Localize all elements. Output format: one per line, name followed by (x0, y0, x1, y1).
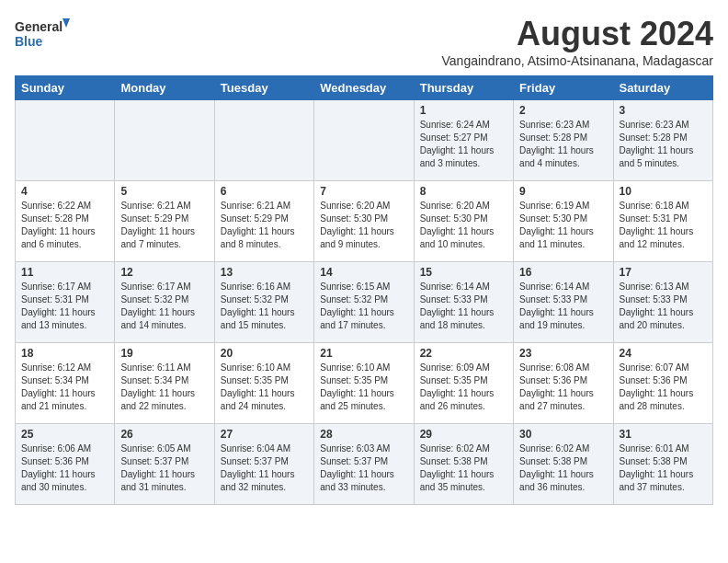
col-friday: Friday (514, 76, 613, 100)
calendar-cell: 21 Sunrise: 6:10 AM Sunset: 5:35 PM Dayl… (314, 343, 414, 424)
sunset-text: Sunset: 5:33 PM (620, 293, 707, 306)
svg-text:Blue: Blue (15, 34, 43, 49)
calendar-week-row: 11 Sunrise: 6:17 AM Sunset: 5:31 PM Dayl… (16, 262, 713, 343)
cell-content: Sunrise: 6:06 AM Sunset: 5:36 PM Dayligh… (21, 442, 108, 494)
day-number: 28 (320, 428, 407, 441)
calendar-cell: 2 Sunrise: 6:23 AM Sunset: 5:28 PM Dayli… (514, 100, 613, 181)
sunrise-text: Sunrise: 6:02 AM (519, 442, 607, 455)
calendar-week-row: 18 Sunrise: 6:12 AM Sunset: 5:34 PM Dayl… (16, 343, 713, 424)
daylight-text: Daylight: 11 hours and 30 minutes. (21, 468, 108, 494)
sunrise-text: Sunrise: 6:16 AM (221, 281, 308, 293)
daylight-text: Daylight: 11 hours and 37 minutes. (620, 468, 707, 494)
calendar-week-row: 1 Sunrise: 6:24 AM Sunset: 5:27 PM Dayli… (16, 100, 713, 181)
day-number: 7 (320, 185, 407, 198)
sunrise-text: Sunrise: 6:22 AM (21, 200, 108, 213)
cell-content: Sunrise: 6:01 AM Sunset: 5:38 PM Dayligh… (620, 442, 707, 494)
cell-content: Sunrise: 6:07 AM Sunset: 5:36 PM Dayligh… (620, 362, 707, 413)
sunrise-text: Sunrise: 6:08 AM (519, 362, 607, 374)
daylight-text: Daylight: 11 hours and 9 minutes. (320, 225, 407, 251)
sunset-text: Sunset: 5:30 PM (519, 213, 607, 225)
col-sunday: Sunday (16, 76, 115, 100)
cell-content: Sunrise: 6:17 AM Sunset: 5:32 PM Dayligh… (120, 281, 208, 332)
daylight-text: Daylight: 11 hours and 24 minutes. (221, 387, 308, 413)
day-number: 12 (120, 266, 208, 279)
calendar-table: Sunday Monday Tuesday Wednesday Thursday… (15, 75, 713, 505)
day-number: 16 (519, 266, 607, 279)
day-number: 29 (420, 428, 507, 441)
sunset-text: Sunset: 5:32 PM (221, 293, 308, 306)
sunrise-text: Sunrise: 6:06 AM (21, 442, 108, 455)
day-number: 17 (620, 266, 707, 279)
sunrise-text: Sunrise: 6:23 AM (519, 119, 607, 132)
sunrise-text: Sunrise: 6:05 AM (120, 442, 208, 455)
cell-content: Sunrise: 6:14 AM Sunset: 5:33 PM Dayligh… (519, 281, 607, 332)
sunset-text: Sunset: 5:35 PM (420, 374, 507, 387)
calendar-cell (115, 100, 214, 181)
daylight-text: Daylight: 11 hours and 4 minutes. (519, 144, 607, 170)
sunset-text: Sunset: 5:37 PM (320, 455, 407, 468)
daylight-text: Daylight: 11 hours and 7 minutes. (120, 225, 208, 251)
daylight-text: Daylight: 11 hours and 12 minutes. (620, 225, 707, 251)
daylight-text: Daylight: 11 hours and 25 minutes. (320, 387, 407, 413)
sunset-text: Sunset: 5:36 PM (620, 374, 707, 387)
sunset-text: Sunset: 5:31 PM (21, 293, 108, 306)
sunset-text: Sunset: 5:28 PM (519, 132, 607, 144)
title-section: August 2024 Vangaindrano, Atsimo-Atsinan… (442, 15, 713, 68)
cell-content: Sunrise: 6:03 AM Sunset: 5:37 PM Dayligh… (320, 442, 407, 494)
day-number: 14 (320, 266, 407, 279)
sunset-text: Sunset: 5:32 PM (320, 293, 407, 306)
cell-content: Sunrise: 6:13 AM Sunset: 5:33 PM Dayligh… (620, 281, 707, 332)
day-number: 13 (221, 266, 308, 279)
day-number: 19 (120, 347, 208, 360)
calendar-week-row: 25 Sunrise: 6:06 AM Sunset: 5:36 PM Dayl… (16, 424, 713, 505)
cell-content: Sunrise: 6:02 AM Sunset: 5:38 PM Dayligh… (420, 442, 507, 494)
daylight-text: Daylight: 11 hours and 5 minutes. (620, 144, 707, 170)
col-saturday: Saturday (613, 76, 712, 100)
cell-content: Sunrise: 6:14 AM Sunset: 5:33 PM Dayligh… (420, 281, 507, 332)
daylight-text: Daylight: 11 hours and 13 minutes. (21, 306, 108, 332)
cell-content: Sunrise: 6:15 AM Sunset: 5:32 PM Dayligh… (320, 281, 407, 332)
daylight-text: Daylight: 11 hours and 8 minutes. (221, 225, 308, 251)
daylight-text: Daylight: 11 hours and 11 minutes. (519, 225, 607, 251)
col-wednesday: Wednesday (314, 76, 414, 100)
daylight-text: Daylight: 11 hours and 3 minutes. (420, 144, 507, 170)
cell-content: Sunrise: 6:23 AM Sunset: 5:28 PM Dayligh… (519, 119, 607, 170)
sunset-text: Sunset: 5:38 PM (620, 455, 707, 468)
cell-content: Sunrise: 6:11 AM Sunset: 5:34 PM Dayligh… (120, 362, 208, 413)
sunrise-text: Sunrise: 6:21 AM (221, 200, 308, 213)
sunrise-text: Sunrise: 6:20 AM (420, 200, 507, 213)
calendar-cell: 14 Sunrise: 6:15 AM Sunset: 5:32 PM Dayl… (314, 262, 414, 343)
sunset-text: Sunset: 5:30 PM (420, 213, 507, 225)
cell-content: Sunrise: 6:04 AM Sunset: 5:37 PM Dayligh… (221, 442, 308, 494)
col-monday: Monday (115, 76, 214, 100)
svg-marker-2 (63, 18, 70, 28)
calendar-cell: 22 Sunrise: 6:09 AM Sunset: 5:35 PM Dayl… (414, 343, 513, 424)
day-number: 26 (120, 428, 208, 441)
day-number: 21 (320, 347, 407, 360)
calendar-cell: 10 Sunrise: 6:18 AM Sunset: 5:31 PM Dayl… (613, 181, 712, 262)
sunset-text: Sunset: 5:37 PM (120, 455, 208, 468)
cell-content: Sunrise: 6:02 AM Sunset: 5:38 PM Dayligh… (519, 442, 607, 494)
day-number: 18 (21, 347, 108, 360)
sunrise-text: Sunrise: 6:21 AM (120, 200, 208, 213)
cell-content: Sunrise: 6:17 AM Sunset: 5:31 PM Dayligh… (21, 281, 108, 332)
day-number: 10 (620, 185, 707, 198)
calendar-week-row: 4 Sunrise: 6:22 AM Sunset: 5:28 PM Dayli… (16, 181, 713, 262)
calendar-cell: 23 Sunrise: 6:08 AM Sunset: 5:36 PM Dayl… (514, 343, 613, 424)
day-number: 30 (519, 428, 607, 441)
cell-content: Sunrise: 6:16 AM Sunset: 5:32 PM Dayligh… (221, 281, 308, 332)
calendar-cell: 7 Sunrise: 6:20 AM Sunset: 5:30 PM Dayli… (314, 181, 414, 262)
daylight-text: Daylight: 11 hours and 28 minutes. (620, 387, 707, 413)
cell-content: Sunrise: 6:22 AM Sunset: 5:28 PM Dayligh… (21, 200, 108, 251)
calendar-cell: 27 Sunrise: 6:04 AM Sunset: 5:37 PM Dayl… (214, 424, 313, 505)
calendar-header-row: Sunday Monday Tuesday Wednesday Thursday… (16, 76, 713, 100)
location-subtitle: Vangaindrano, Atsimo-Atsinanana, Madagas… (442, 53, 713, 68)
calendar-cell: 9 Sunrise: 6:19 AM Sunset: 5:30 PM Dayli… (514, 181, 613, 262)
cell-content: Sunrise: 6:21 AM Sunset: 5:29 PM Dayligh… (120, 200, 208, 251)
cell-content: Sunrise: 6:24 AM Sunset: 5:27 PM Dayligh… (420, 119, 507, 170)
calendar-cell: 11 Sunrise: 6:17 AM Sunset: 5:31 PM Dayl… (16, 262, 115, 343)
day-number: 8 (420, 185, 507, 198)
calendar-cell: 28 Sunrise: 6:03 AM Sunset: 5:37 PM Dayl… (314, 424, 414, 505)
svg-text:General: General (15, 19, 63, 34)
calendar-cell: 4 Sunrise: 6:22 AM Sunset: 5:28 PM Dayli… (16, 181, 115, 262)
